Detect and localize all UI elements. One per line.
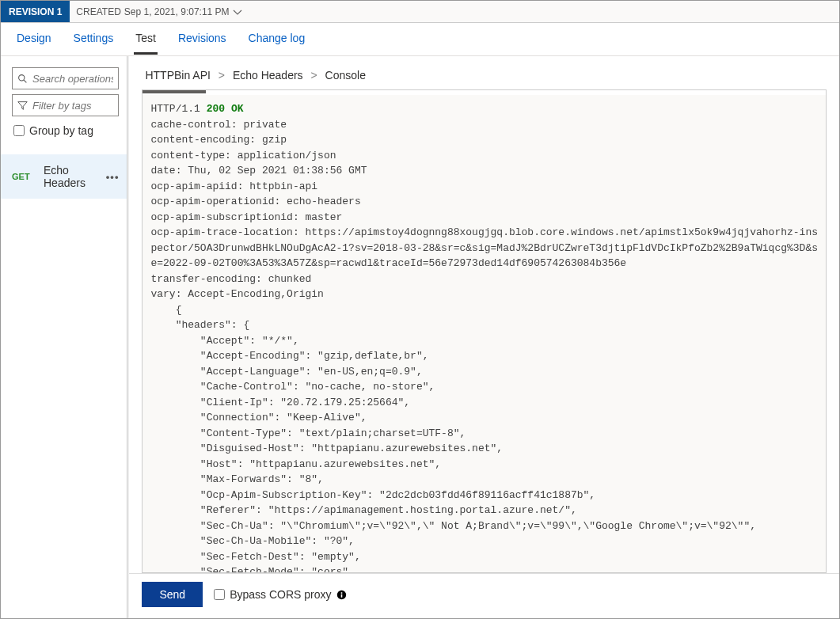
- chevron-down-icon[interactable]: [233, 8, 242, 16]
- tab-settings[interactable]: Settings: [72, 24, 116, 55]
- bypass-cors-label: Bypass CORS proxy: [230, 588, 331, 601]
- search-icon: [17, 74, 28, 84]
- group-by-checkbox[interactable]: [13, 125, 25, 136]
- revision-created[interactable]: CREATED Sep 1, 2021, 9:07:11 PM: [70, 6, 248, 17]
- tab-test[interactable]: Test: [134, 24, 158, 55]
- right-panel: HTTPBin API > Echo Headers > Console HTT…: [127, 56, 839, 618]
- svg-rect-3: [341, 594, 343, 597]
- bypass-cors-checkbox[interactable]: [214, 589, 225, 600]
- tab-design[interactable]: Design: [15, 24, 53, 55]
- console-footer: Send Bypass CORS proxy: [129, 573, 839, 618]
- operation-method: GET: [12, 172, 34, 181]
- console-output[interactable]: HTTP/1.1 200 OK cache-control: private c…: [143, 95, 826, 572]
- group-by-label: Group by tag: [29, 124, 93, 137]
- console-active-indicator: [143, 90, 826, 95]
- svg-rect-4: [341, 592, 343, 594]
- tab-revisions[interactable]: Revisions: [177, 24, 228, 55]
- left-panel: Group by tag GET Echo Headers •••: [1, 56, 127, 618]
- tab-changelog[interactable]: Change log: [247, 24, 307, 55]
- breadcrumb-console: Console: [325, 69, 366, 82]
- operation-name: Echo Headers: [44, 164, 97, 189]
- revision-bar: REVISION 1 CREATED Sep 1, 2021, 9:07:11 …: [1, 1, 839, 23]
- bypass-cors[interactable]: Bypass CORS proxy: [214, 588, 347, 601]
- breadcrumb-op[interactable]: Echo Headers: [233, 69, 303, 82]
- operation-more-icon[interactable]: •••: [106, 171, 120, 183]
- revision-badge: REVISION 1: [1, 1, 70, 22]
- send-button[interactable]: Send: [142, 582, 203, 607]
- breadcrumb-sep: >: [219, 69, 225, 82]
- svg-line-1: [24, 80, 26, 82]
- revision-created-prefix: CREATED: [76, 6, 120, 17]
- svg-point-0: [19, 74, 25, 80]
- search-input[interactable]: [32, 73, 113, 85]
- group-by-tag[interactable]: Group by tag: [13, 124, 117, 137]
- operation-row[interactable]: GET Echo Headers •••: [1, 154, 127, 199]
- breadcrumb-sep: >: [311, 69, 317, 82]
- tab-bar: Design Settings Test Revisions Change lo…: [1, 23, 839, 56]
- filter-icon: [17, 101, 28, 111]
- breadcrumb-api[interactable]: HTTPBin API: [145, 69, 210, 82]
- revision-created-value: Sep 1, 2021, 9:07:11 PM: [124, 6, 230, 17]
- search-operations-box[interactable]: [12, 67, 119, 89]
- breadcrumb: HTTPBin API > Echo Headers > Console: [129, 56, 839, 89]
- info-icon[interactable]: [336, 589, 348, 600]
- filter-tags-box[interactable]: [12, 94, 119, 116]
- console-container: HTTP/1.1 200 OK cache-control: private c…: [142, 89, 827, 573]
- filter-input[interactable]: [32, 100, 113, 112]
- main-split: Group by tag GET Echo Headers ••• HTTPBi…: [1, 56, 839, 618]
